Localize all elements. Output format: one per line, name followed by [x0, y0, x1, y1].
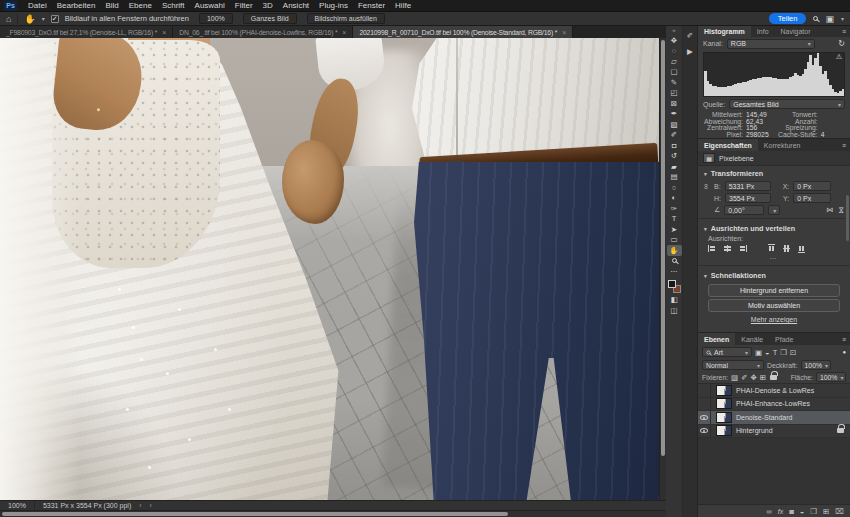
- menu-schrift[interactable]: Schrift: [157, 1, 190, 10]
- y-field[interactable]: 0 Px: [793, 193, 831, 203]
- width-field[interactable]: 5331 Px: [725, 181, 771, 191]
- workspace-icon[interactable]: ▣: [825, 14, 834, 24]
- filter-smart-objects-icon[interactable]: ⊡: [790, 348, 796, 357]
- add-adjustment-layer-icon[interactable]: ◒: [800, 507, 805, 516]
- edit-toolbar-button[interactable]: ⋯: [667, 266, 682, 277]
- search-icon[interactable]: [813, 16, 818, 21]
- align-bottom-icon[interactable]: [797, 244, 806, 253]
- tab-ebenen[interactable]: Ebenen: [698, 333, 735, 345]
- tab-close-icon[interactable]: ×: [162, 29, 166, 36]
- blend-mode-select[interactable]: Normal ▾: [702, 360, 764, 370]
- link-dimensions-icon[interactable]: ∞: [703, 182, 710, 190]
- menu-fenster[interactable]: Fenster: [353, 1, 390, 10]
- align-right-icon[interactable]: [738, 244, 747, 253]
- filter-pixel-layers-icon[interactable]: ▣: [755, 348, 762, 357]
- layer-visibility-toggle[interactable]: [698, 384, 711, 397]
- add-layer-mask-icon[interactable]: ◙: [789, 507, 794, 516]
- scrollbar-thumb[interactable]: [661, 40, 665, 456]
- horizontal-scrollbar[interactable]: [0, 510, 666, 517]
- type-tool[interactable]: T: [667, 214, 682, 225]
- quick-action-motiv-ausw-hlen[interactable]: Motiv auswählen: [708, 299, 840, 312]
- lock-position-icon[interactable]: ✥: [750, 373, 756, 382]
- actions-panel-icon[interactable]: ▶: [687, 47, 693, 56]
- screen-mode-button[interactable]: ◫: [667, 305, 682, 316]
- healing-brush-tool[interactable]: ▧: [667, 119, 682, 130]
- scrollbar-thumb[interactable]: [2, 512, 508, 516]
- filter-toggle-icon[interactable]: ●: [842, 349, 846, 355]
- hand-tool[interactable]: ✋: [667, 245, 682, 256]
- status-popup-arrow-icon[interactable]: ‹: [150, 502, 152, 509]
- menu-hilfe[interactable]: Hilfe: [390, 1, 416, 10]
- layer-visibility-toggle[interactable]: [698, 411, 711, 424]
- clone-stamp-tool[interactable]: ◘: [667, 140, 682, 151]
- eraser-tool[interactable]: ▰: [667, 161, 682, 172]
- chevron-down-icon[interactable]: ▾: [42, 15, 45, 22]
- frame-tool[interactable]: ⊠: [667, 98, 682, 109]
- scroll-all-windows-checkbox[interactable]: ✓: [51, 15, 59, 23]
- hand-tool-icon[interactable]: ✋: [24, 14, 35, 24]
- align-center-vertical-icon[interactable]: [782, 244, 791, 253]
- panel-menu-icon[interactable]: ≡: [838, 26, 850, 37]
- lock-paint-icon[interactable]: ✐: [741, 373, 747, 382]
- rotation-field[interactable]: 0,00°: [724, 205, 764, 215]
- refresh-histogram-icon[interactable]: ↻: [838, 39, 845, 48]
- document-tab[interactable]: _F980903_DxO.tif bei 27,1% (Denoise-LL, …: [0, 26, 173, 38]
- menu-plug-ins[interactable]: Plug-ins: [314, 1, 353, 10]
- tab-kan-le[interactable]: Kanäle: [735, 333, 769, 345]
- menu-ansicht[interactable]: Ansicht: [278, 1, 314, 10]
- canvas[interactable]: [0, 38, 659, 500]
- layer-filter-select[interactable]: Art ▾: [702, 347, 752, 357]
- delete-layer-icon[interactable]: ⌧: [835, 507, 844, 516]
- blur-tool[interactable]: ○: [667, 182, 682, 193]
- link-layers-icon[interactable]: ∞: [766, 507, 771, 516]
- zoom-tool[interactable]: [667, 256, 682, 267]
- rotation-dropdown[interactable]: ▾: [768, 205, 780, 215]
- height-field[interactable]: 3554 Px: [725, 193, 771, 203]
- layer-visibility-toggle[interactable]: [698, 398, 711, 411]
- menu-bearbeiten[interactable]: Bearbeiten: [52, 1, 101, 10]
- object-selection-tool[interactable]: ▢: [667, 67, 682, 78]
- new-group-icon[interactable]: ❐: [810, 507, 817, 516]
- menu-3d[interactable]: 3D: [258, 1, 278, 10]
- collapse-toolbar-icon[interactable]: »: [672, 27, 675, 35]
- path-selection-tool[interactable]: ➤: [667, 224, 682, 235]
- brush-settings-panel-icon[interactable]: ✐: [687, 31, 693, 40]
- history-brush-tool[interactable]: ↺: [667, 151, 682, 162]
- layer-row[interactable]: PHAI-Enhance-LowRes: [698, 398, 850, 412]
- layer-row[interactable]: Denoise-Standard: [698, 411, 850, 425]
- align-left-icon[interactable]: [708, 244, 717, 253]
- flip-vertical-icon[interactable]: ⋈: [837, 207, 845, 214]
- pen-tool[interactable]: ✑: [667, 203, 682, 214]
- quick-mask-mode-button[interactable]: ◧: [667, 295, 682, 306]
- filter-group-layers-icon[interactable]: ❐: [780, 348, 787, 357]
- color-swatches[interactable]: [668, 280, 681, 293]
- status-popup-arrow-icon[interactable]: ›: [139, 502, 141, 509]
- menu-auswahl[interactable]: Auswahl: [190, 1, 230, 10]
- panel-scrollbar-thumb[interactable]: [846, 195, 849, 241]
- layer-style-icon[interactable]: fx: [778, 508, 783, 515]
- tab-korrekturen[interactable]: Korrekturen: [758, 139, 807, 151]
- chevron-down-icon[interactable]: ▾: [841, 15, 844, 22]
- cached-data-warning-icon[interactable]: ⚠: [836, 53, 842, 61]
- document-tab[interactable]: 20210998_R_00710_DxO.tif bei 100% (Denoi…: [353, 26, 573, 38]
- share-button[interactable]: Teilen: [769, 13, 807, 24]
- panel-menu-icon[interactable]: ≡: [838, 139, 850, 151]
- menu-ebene[interactable]: Ebene: [124, 1, 157, 10]
- fill-field[interactable]: 100% ▾: [816, 372, 846, 382]
- transform-section-header[interactable]: ▾ Transformieren: [698, 166, 850, 180]
- align-more-options-icon[interactable]: ⋯: [698, 255, 850, 263]
- lasso-tool[interactable]: ▱: [667, 56, 682, 67]
- tab-pfade[interactable]: Pfade: [769, 333, 799, 345]
- layer-thumbnail[interactable]: [716, 425, 732, 436]
- layer-row[interactable]: Hintergrund: [698, 425, 850, 439]
- fill-screen-button[interactable]: Bildschirm ausfüllen: [307, 13, 385, 24]
- gradient-tool[interactable]: ▤: [667, 172, 682, 183]
- vertical-scrollbar[interactable]: [659, 38, 666, 500]
- flip-horizontal-icon[interactable]: ⋈: [826, 206, 833, 214]
- panel-menu-icon[interactable]: ≡: [838, 333, 850, 345]
- status-zoom-level[interactable]: 100%: [0, 501, 35, 510]
- tab-close-icon[interactable]: ×: [342, 29, 346, 36]
- tab-eigenschaften[interactable]: Eigenschaften: [698, 139, 758, 151]
- eyedropper-tool[interactable]: ✒: [667, 109, 682, 120]
- filter-type-layers-icon[interactable]: T: [773, 348, 778, 357]
